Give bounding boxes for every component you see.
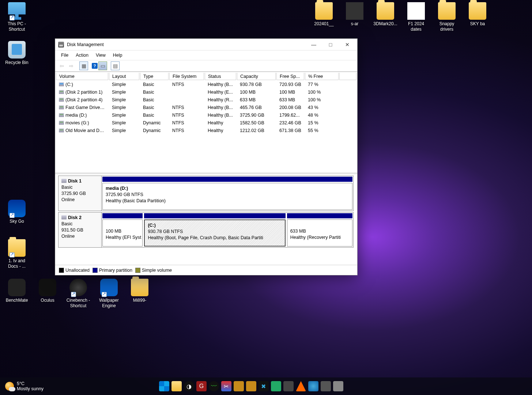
- partition-header-bar: [102, 213, 143, 218]
- disk-info[interactable]: Disk 1Basic3725.90 GBOnline: [59, 176, 102, 211]
- volume-row[interactable]: (Disk 2 partition 1)SimpleBasicHealthy (…: [56, 89, 356, 95]
- menu-help[interactable]: Help: [109, 51, 126, 59]
- disk-partitions: 100 MBHealthy (EFI Syst(C:)930.78 GB NTF…: [102, 212, 353, 247]
- legend-swatch-primary: [93, 268, 98, 273]
- desktop-icon-sar[interactable]: s-ar: [341, 2, 369, 27]
- disk-map-pane[interactable]: Disk 1Basic3725.90 GBOnlinemedia (D:)372…: [55, 174, 357, 265]
- column-spacer: [339, 73, 356, 80]
- volume-row[interactable]: (C:)SimpleBasicNTFSHealthy (B...930.78 G…: [56, 81, 356, 88]
- desktop-icon-label: This PC - Shortcut: [3, 21, 31, 32]
- volume-row[interactable]: Fast Game Drive (E:)SimpleBasicNTFSHealt…: [56, 104, 356, 111]
- taskbar-explorer-icon[interactable]: [171, 381, 182, 391]
- desktop-icon-label: Recycle Bin: [3, 60, 31, 65]
- back-button[interactable]: ⇦: [57, 61, 66, 70]
- desktop-icon-mi899[interactable]: Mi899-: [126, 279, 154, 303]
- taskbar-app3-icon[interactable]: [271, 381, 281, 391]
- volume-row[interactable]: movies (G:)SimpleDynamicNTFSHealthy1582.…: [56, 119, 356, 126]
- desktop-icon-label: SKY ba: [464, 21, 491, 27]
- column-free-space[interactable]: Free Sp...: [276, 73, 304, 80]
- partition-header-bar: [144, 213, 285, 218]
- desktop-icon-benchmate[interactable]: BenchMate: [3, 279, 31, 303]
- taskbar-app-icon[interactable]: G: [196, 381, 207, 391]
- desktop-icon-202401[interactable]: 202401__: [310, 2, 338, 27]
- desktop-icon-wallpaper[interactable]: Wallpaper Engine: [95, 279, 123, 309]
- desktop-icon-label: 1. tv and Docs - ...: [3, 258, 31, 269]
- desktop-icon-label: Snappy drivers: [433, 21, 461, 32]
- disk-row[interactable]: Disk 2Basic931.50 GBOnline 100 MBHealthy…: [58, 212, 354, 248]
- volume-row[interactable]: Old Movie and Da...SimpleDynamicNTFSHeal…: [56, 127, 356, 134]
- forward-button[interactable]: ⇨: [67, 61, 76, 70]
- properties-button[interactable]: ▭: [98, 61, 107, 70]
- desktop-icon-label: s-ar: [341, 21, 369, 27]
- column-status[interactable]: Status: [205, 73, 236, 80]
- legend-label-unallocated: Unallocated: [65, 268, 90, 273]
- taskbar-snip-icon[interactable]: ✂: [221, 381, 231, 391]
- volume-row[interactable]: media (D:)SimpleBasicNTFSHealthy (B...37…: [56, 112, 356, 118]
- legend-swatch-simple: [135, 268, 140, 273]
- column-type[interactable]: Type: [140, 73, 169, 80]
- show-hide-console-tree-button[interactable]: ▦: [79, 61, 88, 70]
- taskbar-app2-icon[interactable]: ✖: [259, 381, 269, 391]
- minimize-button[interactable]: —: [305, 39, 322, 50]
- desktop-icon-tvanddocs[interactable]: 1. tv and Docs - ...: [3, 239, 31, 269]
- taskbar-app5-icon[interactable]: [321, 381, 331, 391]
- desktop-icon-thispc[interactable]: This PC - Shortcut: [3, 2, 31, 32]
- desktop-icon-label: Wallpaper Engine: [95, 298, 123, 309]
- column-percent-free[interactable]: % Free: [305, 73, 339, 80]
- partition-cell[interactable]: 100 MBHealthy (EFI Syst: [102, 219, 143, 247]
- taskbar-steam-icon[interactable]: ◑: [184, 381, 194, 391]
- column-file-system[interactable]: File System: [169, 73, 204, 80]
- partition-cell[interactable]: (C:)930.78 GB NTFSHealthy (Boot, Page Fi…: [144, 219, 285, 247]
- maximize-button[interactable]: □: [322, 39, 339, 50]
- help-button[interactable]: ?: [92, 63, 98, 69]
- legend-label-simple: Simple volume: [142, 268, 172, 273]
- disk-row[interactable]: Disk 1Basic3725.90 GBOnlinemedia (D:)372…: [58, 176, 354, 211]
- desktop-icon-label: Cinebench - Shortcut: [64, 298, 92, 309]
- taskbar-edge-icon[interactable]: [308, 381, 318, 391]
- taskbar-vlc-icon[interactable]: [296, 381, 306, 391]
- partition-cell[interactable]: 633 MBHealthy (Recovery Partiti: [287, 219, 352, 247]
- taskbar-weather[interactable]: 5°C Mostly sunny: [0, 381, 44, 392]
- column-capacity[interactable]: Capacity: [237, 73, 276, 80]
- volume-row[interactable]: (Disk 2 partition 4)SimpleBasicHealthy (…: [56, 96, 356, 103]
- drive-icon: [59, 90, 64, 94]
- desktop-icon-skygo[interactable]: Sky Go: [3, 200, 31, 224]
- drive-icon: [59, 128, 64, 132]
- desktop-icon-snappy[interactable]: Snappy drivers: [433, 2, 461, 32]
- start-button[interactable]: [159, 381, 169, 391]
- weather-icon: [5, 382, 14, 391]
- desktop-icon-label: Mi899-: [126, 298, 154, 303]
- disk-management-icon: [58, 42, 64, 48]
- desktop-icon-recyclebin[interactable]: Recycle Bin: [3, 41, 31, 65]
- close-button[interactable]: ✕: [339, 39, 356, 50]
- menu-file[interactable]: File: [57, 51, 72, 59]
- column-layout[interactable]: Layout: [109, 73, 139, 80]
- taskbar-cpuz-icon[interactable]: [234, 381, 244, 391]
- menu-action[interactable]: Action: [72, 51, 92, 59]
- weather-desc: Mostly sunny: [17, 386, 44, 391]
- partition-cell[interactable]: media (D:)3725.90 GB NTFSHealthy (Basic …: [102, 183, 352, 210]
- volume-list[interactable]: Volume Layout Type File System Status Ca…: [55, 72, 357, 173]
- desktop-icon-label: BenchMate: [3, 298, 31, 303]
- column-volume[interactable]: Volume: [56, 73, 108, 80]
- drive-icon: [59, 105, 64, 109]
- disk-info[interactable]: Disk 2Basic931.50 GBOnline: [59, 212, 102, 247]
- desktop-icon-cinebench[interactable]: Cinebench - Shortcut: [64, 279, 92, 309]
- toolbar: ⇦ ⇨ ▦ ? ▭ ▤: [55, 60, 357, 72]
- desktop-icon-3dmark[interactable]: 3DMark20...: [371, 2, 399, 27]
- window-title: Disk Management: [67, 42, 305, 47]
- desktop-icon-f12024[interactable]: F1 2024 dates: [402, 2, 430, 32]
- taskbar-monitor-icon[interactable]: 〰: [209, 381, 219, 391]
- desktop-icon-sky[interactable]: SKY ba: [464, 2, 491, 27]
- menu-bar: File Action View Help: [55, 50, 357, 60]
- titlebar[interactable]: Disk Management — □ ✕: [55, 39, 357, 50]
- desktop-icon-oculus[interactable]: Oculus: [34, 279, 61, 303]
- menu-view[interactable]: View: [92, 51, 109, 59]
- refresh-button[interactable]: ▤: [111, 61, 120, 70]
- drive-icon: [59, 82, 64, 86]
- taskbar-app4-icon[interactable]: [283, 381, 294, 391]
- desktop-icon-label: 202401__: [310, 21, 338, 27]
- taskbar-gpuz-icon[interactable]: [246, 381, 256, 391]
- partition-header-bar: [102, 177, 352, 182]
- taskbar-app6-icon[interactable]: [333, 381, 343, 391]
